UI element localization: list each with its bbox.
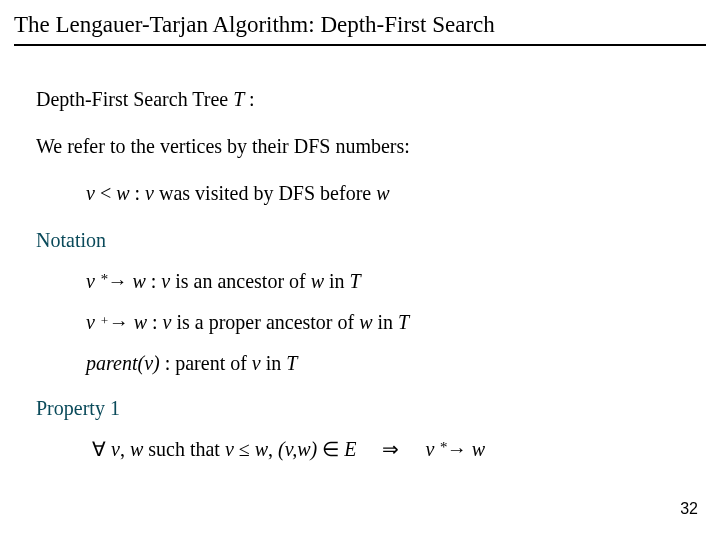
arrow-symbol: → (107, 270, 132, 292)
text: is a proper ancestor of (176, 311, 359, 333)
parent-fn: parent(v) (86, 352, 165, 374)
property-statement: ∀ v, w such that v ≤ w, (v,w) ∈ E⇒v *→ w (92, 436, 706, 463)
var-w: w (359, 311, 377, 333)
text: , (120, 438, 130, 460)
in-symbol: ∈ (322, 438, 344, 460)
property-heading: Property 1 (36, 395, 706, 422)
var-v: v (163, 311, 177, 333)
arrow-symbol: → (447, 438, 472, 460)
forall-symbol: ∀ (92, 438, 111, 460)
arrow-symbol: → (109, 311, 134, 333)
var-v: v (425, 438, 439, 460)
notation-block: v *→ w : v is an ancestor of w in T v +→… (86, 268, 706, 377)
text: : parent of (165, 352, 252, 374)
text: is an ancestor of (175, 270, 311, 292)
var-v: v (86, 311, 100, 333)
slide-content: Depth-First Search Tree T : We refer to … (14, 86, 706, 463)
text: ) (311, 438, 323, 460)
proper-ancestor-line: v +→ w : v is a proper ancestor of w in … (86, 309, 706, 336)
text: such that (148, 438, 225, 460)
var-w: w (130, 438, 148, 460)
parent-line: parent(v) : parent of v in T (86, 350, 706, 377)
dfs-tree-line: Depth-First Search Tree T : (36, 86, 706, 113)
text: : (135, 182, 146, 204)
text: ( (278, 438, 285, 460)
var-w: w (472, 438, 485, 460)
var-v: v (252, 352, 266, 374)
var-w: w (311, 270, 329, 292)
page-number: 32 (680, 500, 698, 518)
text: , (268, 438, 278, 460)
text: : (152, 311, 163, 333)
text: was visited by DFS before (159, 182, 376, 204)
ancestor-line: v *→ w : v is an ancestor of w in T (86, 268, 706, 295)
text: in (329, 270, 350, 292)
var-T: T (350, 270, 361, 292)
var-w: w (116, 182, 134, 204)
le-symbol: ≤ (239, 438, 255, 460)
var-E: E (344, 438, 356, 460)
dfs-numbers-line: We refer to the vertices by their DFS nu… (36, 133, 706, 160)
var-w: w (132, 270, 150, 292)
text: in (378, 311, 399, 333)
var-v: v (161, 270, 175, 292)
slide-title: The Lengauer-Tarjan Algorithm: Depth-Fir… (14, 8, 706, 46)
var-T: T (286, 352, 297, 374)
text: in (266, 352, 287, 374)
var-w: w (255, 438, 268, 460)
lt-symbol: < (100, 182, 116, 204)
var-w: w (376, 182, 389, 204)
var-v: v (145, 182, 159, 204)
var-v: v (86, 182, 100, 204)
text: Depth-First Search Tree (36, 88, 233, 110)
var-w: w (134, 311, 152, 333)
var-T: T (398, 311, 409, 333)
var-v: v (225, 438, 239, 460)
vw-definition: v < w : v was visited by DFS before w (86, 180, 706, 207)
text: : (249, 88, 255, 110)
implies-symbol: ⇒ (382, 438, 399, 460)
var-v: v (86, 270, 100, 292)
var-w: w (297, 438, 310, 460)
text: : (151, 270, 162, 292)
notation-heading: Notation (36, 227, 706, 254)
var-v: v (111, 438, 120, 460)
slide: The Lengauer-Tarjan Algorithm: Depth-Fir… (0, 0, 720, 540)
var-T: T (233, 88, 249, 110)
star-symbol: * (439, 439, 447, 455)
plus-symbol: + (100, 313, 109, 328)
